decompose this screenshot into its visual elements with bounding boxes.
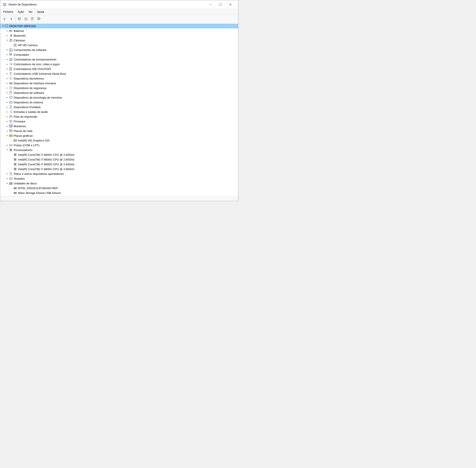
tree-item-portable[interactable]: Dispositivos Portáteis: [0, 105, 238, 109]
tree-item-cpu-3[interactable]: Intel(R) Core(TM) i7-6600U CPU @ 2.60GHz: [0, 167, 238, 171]
tree-item-storage[interactable]: Controladores de armazenamento: [0, 57, 238, 62]
svg-text:?: ?: [25, 18, 27, 20]
expand-arrow-biometric[interactable]: [5, 77, 9, 80]
svg-rect-67: [11, 97, 12, 98]
expand-arrow-cpu-0: [10, 153, 13, 156]
expand-arrow-software[interactable]: [5, 91, 9, 94]
storage-label: Controladores de armazenamento: [14, 58, 56, 61]
toolbar-btn-props[interactable]: [29, 16, 36, 22]
expand-arrow-system[interactable]: [5, 101, 9, 104]
cpu-item-icon-1: [13, 158, 17, 161]
forward-button[interactable]: [8, 16, 14, 22]
tree-item-hp-camera[interactable]: HP HD Camera: [0, 43, 238, 47]
tree-item-software[interactable]: Dispositivos de software: [0, 90, 238, 95]
tree-item-firmware[interactable]: Firmware: [0, 119, 238, 124]
storage-icon: [9, 58, 13, 61]
tree-item-biometric[interactable]: Dispositivos biométricos: [0, 76, 238, 81]
expand-arrow-cameras[interactable]: [5, 39, 9, 42]
expand-arrow-ports[interactable]: [5, 144, 9, 147]
device-tree-content[interactable]: DESKTOP-2BFEJG0 Baterias: [0, 23, 238, 196]
tree-item-software-components[interactable]: Componentes de software: [0, 47, 238, 52]
back-button[interactable]: [1, 16, 8, 22]
expand-arrow-mouse[interactable]: [5, 172, 9, 176]
expand-arrow-monitors[interactable]: [5, 124, 9, 128]
tree-item-bluetooth[interactable]: Bluetooth: [0, 33, 238, 38]
expand-arrow-hid[interactable]: [5, 81, 9, 85]
tree-item-baterias[interactable]: Baterias: [0, 28, 238, 33]
expand-arrow-baterias[interactable]: [5, 29, 9, 32]
svg-point-50: [11, 73, 11, 74]
expand-arrow-printer[interactable]: [5, 115, 9, 118]
tree-item-sound[interactable]: Controladores de som, vídeo e jogos: [0, 62, 238, 67]
tree-item-memory[interactable]: Dispositivos de tecnologia de memória: [0, 95, 238, 100]
expand-arrow-root[interactable]: [1, 24, 5, 28]
svg-rect-5: [18, 18, 20, 19]
tree-item-cpu-1[interactable]: Intel(R) Core(TM) i7-6600U CPU @ 2.60GHz: [0, 157, 238, 162]
expand-arrow-security[interactable]: [5, 86, 9, 90]
tree-item-computador[interactable]: Computador: [0, 52, 238, 57]
tree-item-cpu[interactable]: Processadores: [0, 147, 238, 152]
tree-item-network[interactable]: Placas de rede: [0, 129, 238, 133]
tree-item-usb[interactable]: Controladores USB (Universal Serial Bus): [0, 71, 238, 76]
tree-item-hid[interactable]: Dispositivos de Interface Humana: [0, 81, 238, 86]
expand-arrow-ide[interactable]: [5, 67, 9, 71]
expand-arrow-firmware[interactable]: [5, 120, 9, 123]
svg-rect-137: [9, 178, 12, 180]
expand-arrow-usb[interactable]: [5, 72, 9, 75]
ports-icon: [9, 143, 13, 147]
expand-arrow-computador[interactable]: [5, 53, 9, 56]
firmware-icon: [9, 119, 13, 123]
tree-item-disk-1[interactable]: Mass Storage Device USB Device: [0, 190, 238, 195]
toolbar-btn-update[interactable]: ↻: [36, 16, 42, 22]
expand-arrow-cpu[interactable]: [5, 148, 9, 152]
menu-ver[interactable]: Ver: [26, 9, 35, 14]
menu-acao[interactable]: Ação: [15, 9, 26, 14]
svg-rect-40: [10, 55, 11, 56]
hp-camera-label: HP HD Camera: [18, 44, 38, 47]
close-button[interactable]: ✕: [226, 1, 235, 8]
expand-arrow-portable[interactable]: [5, 105, 9, 109]
tree-item-ports[interactable]: Portas (COM e LPT): [0, 143, 238, 147]
tree-item-system[interactable]: Dispositivos do sistema: [0, 100, 238, 105]
tree-item-gpu[interactable]: Placas gráficas: [0, 133, 238, 138]
svg-rect-138: [10, 178, 10, 178]
toolbar-btn-devicemgr[interactable]: [16, 16, 23, 22]
tree-item-intel-gpu[interactable]: Intel(R) HD Graphics 520: [0, 138, 238, 143]
expand-arrow-sound[interactable]: [5, 62, 9, 66]
svg-rect-17: [38, 20, 40, 20]
menu-ficheiro[interactable]: Ficheiro: [1, 9, 15, 14]
toolbar-btn-help[interactable]: ?: [23, 16, 29, 22]
system-icon: [9, 100, 13, 104]
tree-item-cpu-0[interactable]: Intel(R) Core(TM) i7-6600U CPU @ 2.60GHz: [0, 152, 238, 157]
tree-item-audio[interactable]: Entradas e saídas de áudio: [0, 109, 238, 114]
tree-item-cameras[interactable]: Câmaras: [0, 38, 238, 43]
title-bar-left: Gestor de Dispositivos: [3, 3, 37, 6]
security-label: Dispositivos de segurança: [14, 87, 47, 90]
restore-button[interactable]: ☐: [216, 1, 226, 8]
svg-rect-12: [32, 18, 33, 18]
expand-arrow-storage[interactable]: [5, 58, 9, 61]
expand-arrow-gpu[interactable]: [5, 134, 9, 137]
tree-item-cpu-2[interactable]: Intel(R) Core(TM) i7-6600U CPU @ 2.60GHz: [0, 162, 238, 167]
tree-item-disk[interactable]: Unidades de disco: [0, 181, 238, 186]
usb-label: Controladores USB (Universal Serial Bus): [14, 72, 66, 75]
expand-arrow-memory[interactable]: [5, 96, 9, 99]
minimize-button[interactable]: ─: [206, 1, 216, 8]
toolbar: ? ↻: [0, 15, 238, 23]
expand-arrow-bluetooth[interactable]: [5, 34, 9, 37]
expand-arrow-disk[interactable]: [5, 182, 9, 185]
tree-item-security[interactable]: Dispositivos de segurança: [0, 86, 238, 90]
expand-arrow-audio[interactable]: [5, 110, 9, 114]
tree-item-keyboard[interactable]: Teclados: [0, 176, 238, 181]
expand-arrow-software-components[interactable]: [5, 48, 9, 52]
tree-item-ide[interactable]: Controladores IDE ATA/ATAPI: [0, 67, 238, 71]
tree-item-printer[interactable]: Filas de impressão: [0, 114, 238, 119]
expand-arrow-network[interactable]: [5, 129, 9, 132]
svg-rect-82: [10, 121, 11, 122]
tree-item-mouse[interactable]: Ratos e outros dispositivos apontadores: [0, 171, 238, 176]
expand-arrow-keyboard[interactable]: [5, 177, 9, 180]
tree-item-monitors[interactable]: Monitores: [0, 124, 238, 129]
tree-item-disk-0[interactable]: INTEL SSDSCKJF180A5H REF: [0, 186, 238, 190]
menu-ajuda[interactable]: Ajuda: [35, 9, 46, 14]
tree-item-root[interactable]: DESKTOP-2BFEJG0: [0, 24, 238, 28]
